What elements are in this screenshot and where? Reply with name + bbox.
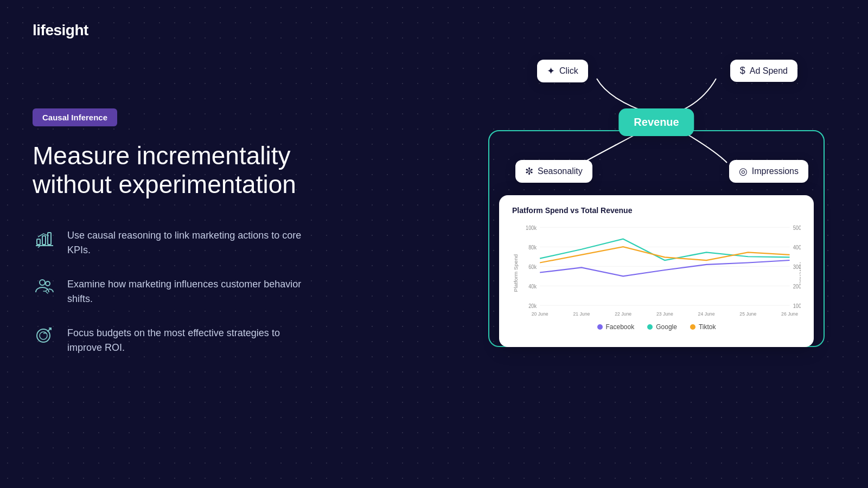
svg-rect-2: [48, 233, 51, 245]
legend-facebook: Facebook: [597, 323, 635, 331]
feature-kpi-text: Use causal reasoning to link marketing a…: [67, 226, 315, 258]
svg-text:60k: 60k: [528, 264, 537, 270]
svg-text:22 June: 22 June: [615, 311, 631, 317]
svg-text:400k: 400k: [793, 244, 801, 251]
feature-list: Use causal reasoning to link marketing a…: [33, 226, 315, 355]
node-ad-spend: $ Ad Spend: [730, 60, 797, 82]
legend-dot-facebook: [597, 324, 603, 330]
users-icon: [33, 275, 56, 299]
svg-text:21 June: 21 June: [573, 311, 590, 317]
node-click: ✦ Click: [537, 60, 588, 82]
chart-icon: [33, 226, 56, 250]
svg-text:23 June: 23 June: [656, 311, 673, 317]
logo: lifesight: [33, 22, 88, 39]
dollar-icon: $: [740, 65, 745, 76]
svg-rect-1: [42, 236, 46, 245]
chart-area: 100k 80k 60k 40k 20k 500k 400k 300k 200k…: [512, 221, 801, 319]
feature-behavior-text: Examine how marketing influences custome…: [67, 275, 315, 306]
node-revenue: Revenue: [618, 108, 694, 136]
headline: Measure incrementality without experimen…: [33, 142, 315, 199]
svg-text:24 June: 24 June: [698, 311, 715, 317]
feature-roi-text: Focus budgets on the most effective stra…: [67, 324, 315, 355]
legend-dot-google: [647, 324, 653, 330]
svg-text:20k: 20k: [528, 303, 537, 309]
svg-text:25 June: 25 June: [739, 311, 756, 317]
svg-text:100k: 100k: [793, 303, 801, 309]
left-panel: Causal Inference Measure incrementality …: [33, 108, 315, 355]
legend-dot-tiktok: [690, 324, 695, 330]
legend-tiktok: Tiktok: [690, 323, 716, 331]
right-panel: ✦ Click $ Ad Spend Revenue ✼ Seasonality…: [488, 43, 825, 347]
click-icon: ✦: [547, 65, 555, 77]
svg-text:26 June: 26 June: [781, 311, 798, 317]
svg-point-5: [40, 280, 45, 285]
svg-text:Platform Spend: Platform Spend: [513, 254, 519, 292]
logo-text: lifesight: [33, 22, 88, 38]
svg-text:100k: 100k: [526, 224, 537, 231]
svg-text:80k: 80k: [528, 244, 537, 251]
svg-text:40k: 40k: [528, 283, 537, 290]
chart-title: Platform Spend vs Total Revenue: [512, 206, 801, 215]
feature-kpi: Use causal reasoning to link marketing a…: [33, 226, 315, 258]
target-icon: [33, 324, 56, 348]
svg-text:500k: 500k: [793, 224, 801, 231]
svg-text:200k: 200k: [793, 283, 801, 290]
svg-text:20 June: 20 June: [532, 311, 548, 317]
feature-roi: Focus budgets on the most effective stra…: [33, 324, 315, 355]
svg-rect-0: [37, 239, 40, 245]
chart-svg: 100k 80k 60k 40k 20k 500k 400k 300k 200k…: [512, 221, 801, 319]
legend-google: Google: [647, 323, 677, 331]
chart-container: Platform Spend vs Total Revenue 100k 80k…: [499, 195, 814, 347]
chart-legend: Facebook Google Tiktok: [512, 323, 801, 331]
svg-text:Revenue: Revenue: [799, 262, 801, 284]
causal-inference-badge: Causal Inference: [33, 108, 117, 126]
feature-behavior: Examine how marketing influences custome…: [33, 275, 315, 306]
svg-point-6: [46, 281, 50, 286]
